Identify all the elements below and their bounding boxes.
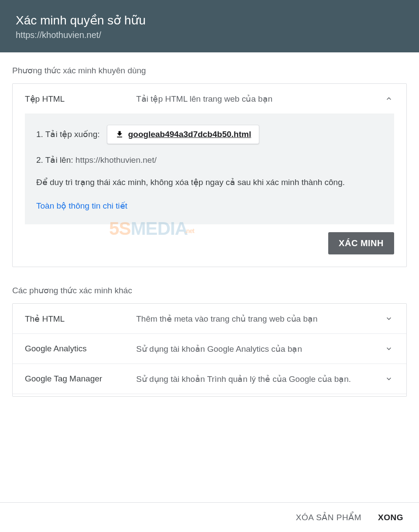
method-google-analytics[interactable]: Google Analytics Sử dụng tài khoản Googl… [13, 333, 406, 364]
other-methods-card: Thẻ HTML Thêm thẻ meta vào trang chủ tra… [12, 303, 407, 397]
method-title: Thẻ HTML [25, 314, 136, 324]
method-detail-panel: 1. Tải tệp xuống: googleab494a3d7dcb4b50… [25, 113, 394, 224]
method-title: Google Analytics [25, 344, 136, 354]
method-desc: Tải tệp HTML lên trang web của bạn [136, 94, 384, 104]
footer: XÓA SẢN PHẨM XONG [0, 502, 419, 532]
chevron-down-icon [384, 374, 394, 384]
step1-label: 1. Tải tệp xuống: [36, 128, 100, 141]
chevron-down-icon [384, 313, 394, 324]
download-icon [115, 130, 124, 139]
full-details-link[interactable]: Toàn bộ thông tin chi tiết [36, 199, 383, 212]
verify-button[interactable]: XÁC MINH [328, 232, 394, 254]
download-file-button[interactable]: googleab494a3d7dcb4b50.html [107, 125, 260, 144]
chevron-up-icon [384, 93, 394, 104]
download-filename: googleab494a3d7dcb4b50.html [128, 130, 251, 139]
header-url: https://khothuvien.net/ [16, 30, 403, 40]
method-google-tag-manager[interactable]: Google Tag Manager Sử dụng tài khoản Trì… [13, 364, 406, 394]
method-desc: Thêm thẻ meta vào trang chủ trang web củ… [136, 314, 384, 324]
remove-product-button[interactable]: XÓA SẢN PHẨM [296, 512, 361, 522]
header: Xác minh quyền sở hữu https://khothuvien… [0, 0, 419, 52]
recommended-method-card: Tệp HTML Tải tệp HTML lên trang web của … [12, 83, 407, 267]
method-desc: Sử dụng tài khoản Trình quản lý thẻ của … [136, 374, 384, 384]
method-html-tag[interactable]: Thẻ HTML Thêm thẻ meta vào trang chủ tra… [13, 304, 406, 333]
step2-label: 2. Tải lên: [36, 155, 73, 165]
method-html-file-header[interactable]: Tệp HTML Tải tệp HTML lên trang web của … [13, 84, 406, 113]
recommended-section-label: Phương thức xác minh khuyên dùng [12, 65, 407, 76]
method-title: Tệp HTML [25, 94, 136, 104]
step2-url: https://khothuvien.net/ [76, 155, 157, 165]
done-button[interactable]: XONG [378, 513, 403, 522]
page-title: Xác minh quyền sở hữu [16, 13, 403, 27]
main-scroll-area[interactable]: Phương thức xác minh khuyên dùng Tệp HTM… [0, 52, 419, 502]
note-text: Để duy trì trạng thái xác minh, không xó… [36, 176, 383, 189]
other-section-label: Các phương thức xác minh khác [12, 285, 407, 295]
method-title: Google Tag Manager [25, 374, 136, 384]
list-item [13, 394, 406, 396]
method-desc: Sử dụng tài khoản Google Analytics của b… [136, 344, 384, 354]
chevron-down-icon [384, 343, 394, 354]
